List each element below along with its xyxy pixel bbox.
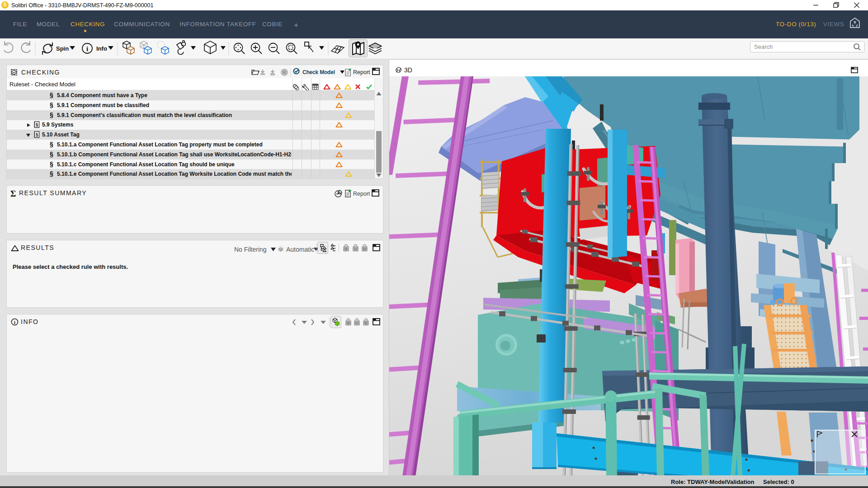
svg-text:§: §	[36, 122, 38, 127]
svg-text:Info: Info	[96, 45, 107, 52]
svg-text:i: i	[14, 319, 15, 325]
svg-text:i: i	[86, 45, 88, 52]
svg-text:§: §	[36, 132, 38, 137]
svg-text:Spin: Spin	[56, 45, 69, 52]
